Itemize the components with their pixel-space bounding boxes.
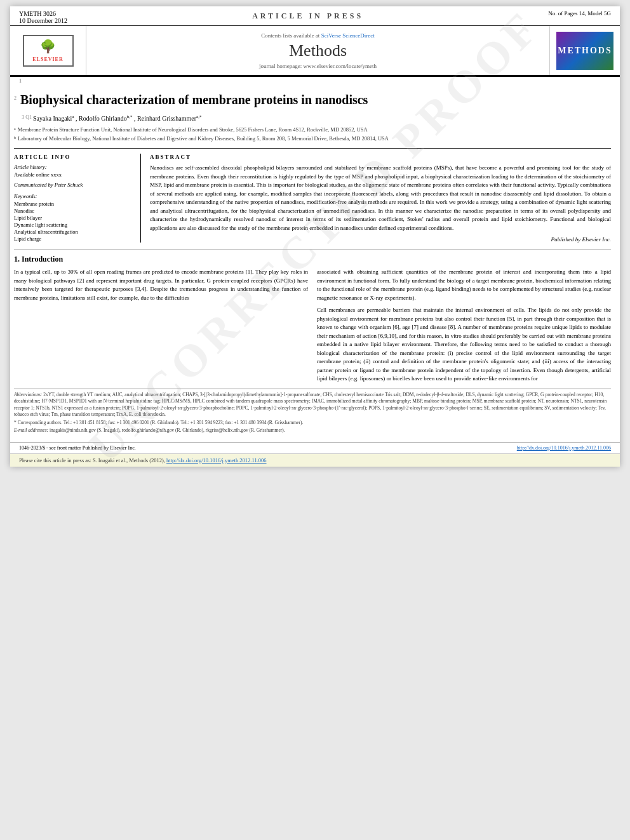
keyword-6: Lipid charge: [14, 236, 134, 242]
abstract-heading: ABSTRACT: [150, 154, 611, 160]
abbrev-text: 2xYT, double strength YT medium; AUC, an…: [14, 392, 607, 418]
top-bar-left: YMETH 3026 10 December 2012: [19, 10, 67, 24]
line-num-3: 3 Q1: [14, 114, 32, 120]
communicated-line: Communicated by Peter Schuck: [14, 182, 134, 188]
history-label: Article history:: [14, 164, 134, 170]
citation-bar: Please cite this article in press as: S.…: [10, 453, 620, 467]
intro-col1: In a typical cell, up to 30% of all open…: [14, 268, 308, 383]
author3-name: , Reinhard Grisshammer: [134, 115, 196, 122]
page-num-1: 1: [10, 77, 620, 85]
citation-link[interactable]: http://dx.doi.org/10.1016/j.ymeth.2012.1…: [166, 457, 267, 463]
keywords-heading: Keywords:: [14, 193, 134, 199]
author3-super: a,*: [196, 114, 201, 119]
affil-a-super: a: [14, 126, 16, 134]
abbrev-label: Abbreviations:: [14, 392, 42, 397]
author1-name: Sayaka Inagaki: [33, 115, 72, 122]
intro-divider: [14, 249, 611, 250]
page-count-label: No. of Pages 14, Model 5G: [548, 10, 611, 17]
citation-text: Please cite this article in press as: S.…: [19, 457, 166, 463]
copyright-footer: 1046-2023/$ - see front matter Published…: [10, 442, 620, 453]
methods-box: METHODS: [556, 32, 613, 70]
affil-b-super: b: [14, 135, 16, 143]
authors-line: Sayaka Inagakia , Rodolfo Ghirlandob,* ,…: [33, 114, 201, 122]
keyword-3: Lipid bilayer: [14, 215, 134, 221]
elsevier-label: ELSEVIER: [32, 57, 63, 62]
email-label: E-mail addresses:: [14, 427, 48, 433]
affiliations: a Membrane Protein Structure Function Un…: [14, 126, 611, 143]
journal-title: Methods: [289, 41, 347, 60]
top-bar: YMETH 3026 10 December 2012 ARTICLE IN P…: [10, 6, 620, 26]
journal-center: Contents lists available at SciVerse Sci…: [86, 26, 550, 75]
affil-b-text: Laboratory of Molecular Biology, Nationa…: [18, 135, 389, 143]
intro-heading-text: Introduction: [22, 255, 63, 263]
article-info-col: ARTICLE INFO Article history: Available …: [14, 154, 141, 243]
affil-a-text: Membrane Protein Structure Function Unit…: [18, 126, 368, 134]
keyword-2: Nanodisc: [14, 208, 134, 214]
journal-header: 🌳 ELSEVIER Contents lists available at S…: [10, 26, 620, 77]
content-area: 2 Biophysical characterization of membra…: [10, 85, 620, 442]
methods-box-text: METHODS: [558, 46, 612, 56]
abstract-text: Nanodiscs are self-assembled discoidal p…: [150, 164, 611, 232]
elsevier-tree-icon: 🌳: [40, 39, 56, 54]
intro-number: 1.: [14, 255, 20, 263]
line-num-2: 2: [14, 91, 17, 101]
author2-name: , Rodolfo Ghirlando: [76, 115, 127, 122]
author2-super: b,*: [127, 114, 133, 119]
main-content: 2 Biophysical characterization of membra…: [10, 91, 620, 436]
journal-homepage: journal homepage: www.elsevier.com/locat…: [259, 63, 377, 69]
journal-id: YMETH 3026: [19, 10, 67, 17]
intro-col2-para2: Cell membranes are permeable barriers th…: [317, 306, 611, 383]
article-info-heading: ARTICLE INFO: [14, 154, 134, 160]
intro-col1-para: In a typical cell, up to 30% of all open…: [14, 268, 308, 302]
methods-logo-area: METHODS: [550, 26, 620, 75]
intro-heading: 1. Introduction: [14, 255, 611, 264]
sciverse-link[interactable]: SciVerse ScienceDirect: [321, 32, 375, 39]
affil-b-line: b Laboratory of Molecular Biology, Natio…: [14, 135, 611, 143]
author1-super: a: [72, 114, 74, 119]
article-in-press-label: ARTICLE IN PRESS: [252, 10, 363, 21]
history-value: Available online xxxx: [14, 171, 134, 178]
intro-body: In a typical cell, up to 30% of all open…: [14, 268, 611, 383]
keyword-1: Membrane protein: [14, 201, 134, 207]
doi-link[interactable]: http://dx.doi.org/10.1016/j.ymeth.2012.1…: [517, 445, 611, 451]
keyword-5: Analytical ultracentrifugation: [14, 229, 134, 235]
affil-a-line: a Membrane Protein Structure Function Un…: [14, 126, 611, 134]
published-by: Published by Elsevier Inc.: [150, 236, 611, 243]
intro-col2: associated with obtaining sufficient qua…: [317, 268, 611, 383]
sciverse-text: Contents lists available at: [261, 32, 321, 39]
copyright-text: 1046-2023/$ - see front matter Published…: [19, 445, 136, 451]
abbrev-line: Abbreviations: 2xYT, double strength YT …: [14, 392, 611, 418]
abstract-col: ABSTRACT Nanodiscs are self-assembled di…: [150, 154, 611, 243]
keyword-4: Dynamic light scattering: [14, 222, 134, 228]
article-info-abstract: ARTICLE INFO Article history: Available …: [14, 148, 611, 243]
corresp-authors: * Corresponding authors. Tel.: +1 301 45…: [14, 420, 611, 427]
page: UNCORRECTED PROOF YMETH 3026 10 December…: [10, 6, 620, 467]
article-title: Biophysical characterization of membrane…: [20, 91, 368, 108]
intro-col2-para1: associated with obtaining sufficient qua…: [317, 268, 611, 302]
email-text: inagakis@ninds.nih.gov (S. Inagaki), rod…: [50, 427, 285, 433]
keywords-list: Membrane protein Nanodisc Lipid bilayer …: [14, 201, 134, 242]
pub-date: 10 December 2012: [19, 17, 67, 24]
elsevier-box: 🌳 ELSEVIER: [23, 35, 74, 67]
keywords-section: Keywords: Membrane protein Nanodisc Lipi…: [14, 193, 134, 242]
elsevier-logo-area: 🌳 ELSEVIER: [10, 26, 86, 75]
email-line: E-mail addresses: inagakis@ninds.nih.gov…: [14, 427, 611, 434]
footnote-area: Abbreviations: 2xYT, double strength YT …: [14, 389, 611, 434]
sciverse-line: Contents lists available at SciVerse Sci…: [261, 32, 375, 39]
